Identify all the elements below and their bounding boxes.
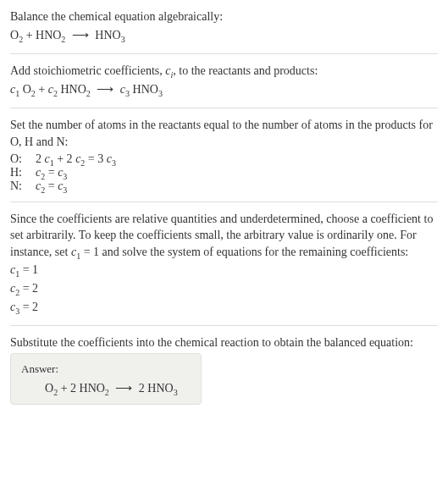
arrow-icon: ⟶ [72, 27, 89, 44]
coeff-c3: c3 = 2 [10, 299, 438, 316]
section-solve: Since the coefficients are relative quan… [10, 211, 438, 327]
arrow-icon: ⟶ [115, 381, 132, 395]
unbalanced-equation: O2 + HNO2 ⟶ HNO3 [10, 27, 438, 44]
text-part: , to the reactants and products: [173, 64, 318, 77]
element-equation: 2 c1 + 2 c2 = 3 c3 [36, 152, 116, 166]
section-coefficients: Add stoichiometric coefficients, ci, to … [10, 63, 438, 108]
balanced-equation: O2 + 2 HNO2 ⟶ 2 HNO3 [21, 381, 191, 395]
answer-box: Answer: O2 + 2 HNO2 ⟶ 2 HNO3 [10, 353, 202, 405]
section-intro: Balance the chemical equation algebraica… [10, 8, 438, 54]
element-equation: c2 = c3 [36, 166, 67, 179]
coeff-equation: c1 O2 + c2 HNO2 ⟶ c3 HNO3 [10, 81, 438, 98]
element-label: H: [10, 166, 36, 179]
balance-row-N: N: c2 = c3 [10, 179, 438, 193]
balance-text: Set the number of atoms in the reactants… [10, 117, 438, 150]
element-label: N: [10, 179, 36, 193]
text-part: = 1 and solve the system of equations fo… [80, 246, 408, 258]
intro-text: Balance the chemical equation algebraica… [10, 8, 438, 25]
balance-row-H: H: c2 = c3 [10, 166, 438, 179]
section-substitute: Substitute the coefficients into the che… [10, 334, 438, 413]
arrow-icon: ⟶ [97, 81, 113, 98]
element-equation: c2 = c3 [36, 179, 67, 193]
coeff-text: Add stoichiometric coefficients, ci, to … [10, 63, 438, 80]
section-atom-balance: Set the number of atoms in the reactants… [10, 117, 438, 202]
balance-row-O: O: 2 c1 + 2 c2 = 3 c3 [10, 152, 438, 166]
substitute-text: Substitute the coefficients into the che… [10, 334, 438, 351]
text-part: Add stoichiometric coefficients, [10, 64, 165, 77]
solve-text: Since the coefficients are relative quan… [10, 211, 438, 261]
element-label: O: [10, 152, 36, 166]
coeff-c1: c1 = 1 [10, 262, 438, 279]
answer-label: Answer: [21, 362, 191, 376]
coeff-c2: c2 = 2 [10, 280, 438, 297]
